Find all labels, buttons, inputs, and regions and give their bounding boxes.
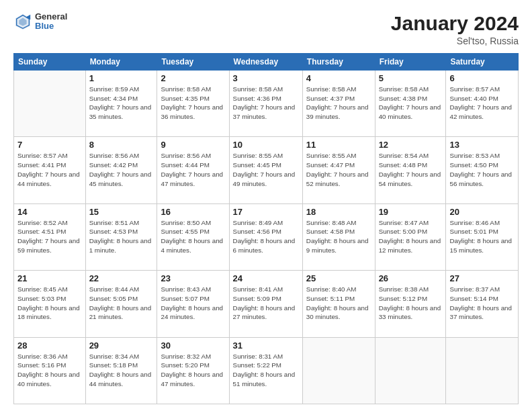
calendar-cell: 12Sunrise: 8:54 AM Sunset: 4:48 PM Dayli… [375,137,446,203]
cell-day-number: 23 [161,273,225,283]
calendar-header-cell: Tuesday [157,54,229,71]
calendar-header-cell: Thursday [302,54,375,71]
cell-day-number: 27 [449,273,515,283]
calendar-cell: 5Sunrise: 8:58 AM Sunset: 4:38 PM Daylig… [375,71,446,137]
calendar-cell: 14Sunrise: 8:52 AM Sunset: 4:51 PM Dayli… [14,203,86,270]
calendar-cell: 7Sunrise: 8:57 AM Sunset: 4:41 PM Daylig… [14,137,86,203]
calendar-cell: 10Sunrise: 8:55 AM Sunset: 4:45 PM Dayli… [229,137,302,203]
calendar-cell: 28Sunrise: 8:36 AM Sunset: 5:16 PM Dayli… [14,337,86,404]
cell-day-number: 11 [306,140,371,150]
cell-day-number: 30 [161,340,225,351]
cell-day-number: 31 [233,340,299,351]
calendar-table: SundayMondayTuesdayWednesdayThursdayFrid… [13,53,519,404]
cell-day-number: 2 [161,73,225,83]
cell-day-number: 3 [233,73,299,83]
cell-info: Sunrise: 8:50 AM Sunset: 4:55 PM Dayligh… [161,218,225,255]
cell-info: Sunrise: 8:31 AM Sunset: 5:22 PM Dayligh… [233,352,299,389]
calendar-week-row: 14Sunrise: 8:52 AM Sunset: 4:51 PM Dayli… [14,203,519,270]
cell-info: Sunrise: 8:52 AM Sunset: 4:51 PM Dayligh… [17,218,82,255]
calendar-cell: 11Sunrise: 8:55 AM Sunset: 4:47 PM Dayli… [302,137,375,203]
cell-info: Sunrise: 8:41 AM Sunset: 5:09 PM Dayligh… [233,285,299,322]
cell-day-number: 5 [379,73,443,83]
cell-info: Sunrise: 8:34 AM Sunset: 5:18 PM Dayligh… [89,352,154,389]
cell-day-number: 22 [89,273,154,283]
cell-day-number: 9 [161,140,225,150]
cell-day-number: 18 [306,207,371,217]
cell-info: Sunrise: 8:40 AM Sunset: 5:11 PM Dayligh… [306,285,371,322]
calendar-cell: 17Sunrise: 8:49 AM Sunset: 4:56 PM Dayli… [229,203,302,270]
calendar-cell: 8Sunrise: 8:56 AM Sunset: 4:42 PM Daylig… [85,137,157,203]
cell-info: Sunrise: 8:58 AM Sunset: 4:36 PM Dayligh… [233,85,299,122]
calendar-week-row: 28Sunrise: 8:36 AM Sunset: 5:16 PM Dayli… [14,337,519,404]
header: General Blue January 2024 Sel'tso, Russi… [13,12,519,46]
cell-day-number: 21 [17,273,82,283]
cell-info: Sunrise: 8:36 AM Sunset: 5:16 PM Dayligh… [17,352,82,389]
logo-text: General Blue [35,12,67,32]
cell-info: Sunrise: 8:57 AM Sunset: 4:41 PM Dayligh… [17,151,82,188]
cell-day-number: 13 [449,140,515,150]
cell-day-number: 29 [89,340,154,351]
cell-info: Sunrise: 8:56 AM Sunset: 4:42 PM Dayligh… [89,151,154,188]
calendar-week-row: 1Sunrise: 8:59 AM Sunset: 4:34 PM Daylig… [14,71,519,137]
calendar-cell: 21Sunrise: 8:45 AM Sunset: 5:03 PM Dayli… [14,271,86,337]
calendar-cell [375,337,446,404]
calendar-cell [446,337,519,404]
calendar-cell: 18Sunrise: 8:48 AM Sunset: 4:58 PM Dayli… [302,203,375,270]
cell-day-number: 1 [89,73,154,83]
logo: General Blue [13,12,67,32]
calendar-cell: 9Sunrise: 8:56 AM Sunset: 4:44 PM Daylig… [157,137,229,203]
calendar-cell [14,71,86,137]
cell-info: Sunrise: 8:32 AM Sunset: 5:20 PM Dayligh… [161,352,225,389]
cell-info: Sunrise: 8:51 AM Sunset: 4:53 PM Dayligh… [89,218,154,255]
calendar-cell: 26Sunrise: 8:38 AM Sunset: 5:12 PM Dayli… [375,271,446,337]
cell-day-number: 12 [379,140,443,150]
logo-blue-text: Blue [35,21,67,31]
cell-day-number: 25 [306,273,371,283]
calendar-cell: 23Sunrise: 8:43 AM Sunset: 5:07 PM Dayli… [157,271,229,337]
calendar-header-cell: Sunday [14,54,86,71]
cell-info: Sunrise: 8:46 AM Sunset: 5:01 PM Dayligh… [449,218,515,255]
cell-info: Sunrise: 8:38 AM Sunset: 5:12 PM Dayligh… [379,285,443,322]
cell-day-number: 17 [233,207,299,217]
calendar-cell: 19Sunrise: 8:47 AM Sunset: 5:00 PM Dayli… [375,203,446,270]
cell-day-number: 6 [449,73,515,83]
calendar-cell: 25Sunrise: 8:40 AM Sunset: 5:11 PM Dayli… [302,271,375,337]
calendar-week-row: 21Sunrise: 8:45 AM Sunset: 5:03 PM Dayli… [14,271,519,337]
calendar-header-cell: Friday [375,54,446,71]
cell-day-number: 8 [89,140,154,150]
cell-info: Sunrise: 8:58 AM Sunset: 4:37 PM Dayligh… [306,85,371,122]
calendar-cell: 4Sunrise: 8:58 AM Sunset: 4:37 PM Daylig… [302,71,375,137]
calendar-cell: 6Sunrise: 8:57 AM Sunset: 4:40 PM Daylig… [446,71,519,137]
cell-info: Sunrise: 8:43 AM Sunset: 5:07 PM Dayligh… [161,285,225,322]
cell-info: Sunrise: 8:44 AM Sunset: 5:05 PM Dayligh… [89,285,154,322]
calendar-cell: 1Sunrise: 8:59 AM Sunset: 4:34 PM Daylig… [85,71,157,137]
cell-day-number: 26 [379,273,443,283]
cell-info: Sunrise: 8:55 AM Sunset: 4:47 PM Dayligh… [306,151,371,188]
calendar-cell: 24Sunrise: 8:41 AM Sunset: 5:09 PM Dayli… [229,271,302,337]
cell-day-number: 24 [233,273,299,283]
cell-day-number: 7 [17,140,82,150]
title-block: January 2024 Sel'tso, Russia [391,12,519,46]
cell-info: Sunrise: 8:57 AM Sunset: 4:40 PM Dayligh… [449,85,515,122]
cell-info: Sunrise: 8:56 AM Sunset: 4:44 PM Dayligh… [161,151,225,188]
cell-day-number: 15 [89,207,154,217]
logo-general-text: General [35,12,67,21]
calendar-cell: 30Sunrise: 8:32 AM Sunset: 5:20 PM Dayli… [157,337,229,404]
cell-info: Sunrise: 8:49 AM Sunset: 4:56 PM Dayligh… [233,218,299,255]
calendar-header-cell: Saturday [446,54,519,71]
cell-info: Sunrise: 8:59 AM Sunset: 4:34 PM Dayligh… [89,85,154,122]
calendar-cell: 2Sunrise: 8:58 AM Sunset: 4:35 PM Daylig… [157,71,229,137]
calendar-cell: 15Sunrise: 8:51 AM Sunset: 4:53 PM Dayli… [85,203,157,270]
cell-day-number: 10 [233,140,299,150]
calendar-cell [302,337,375,404]
calendar-cell: 16Sunrise: 8:50 AM Sunset: 4:55 PM Dayli… [157,203,229,270]
cell-info: Sunrise: 8:58 AM Sunset: 4:38 PM Dayligh… [379,85,443,122]
cell-day-number: 19 [379,207,443,217]
cell-info: Sunrise: 8:48 AM Sunset: 4:58 PM Dayligh… [306,218,371,255]
calendar-cell: 3Sunrise: 8:58 AM Sunset: 4:36 PM Daylig… [229,71,302,137]
cell-info: Sunrise: 8:37 AM Sunset: 5:14 PM Dayligh… [449,285,515,322]
calendar-cell: 20Sunrise: 8:46 AM Sunset: 5:01 PM Dayli… [446,203,519,270]
logo-icon [13,12,32,31]
calendar-header-cell: Wednesday [229,54,302,71]
calendar-cell: 22Sunrise: 8:44 AM Sunset: 5:05 PM Dayli… [85,271,157,337]
